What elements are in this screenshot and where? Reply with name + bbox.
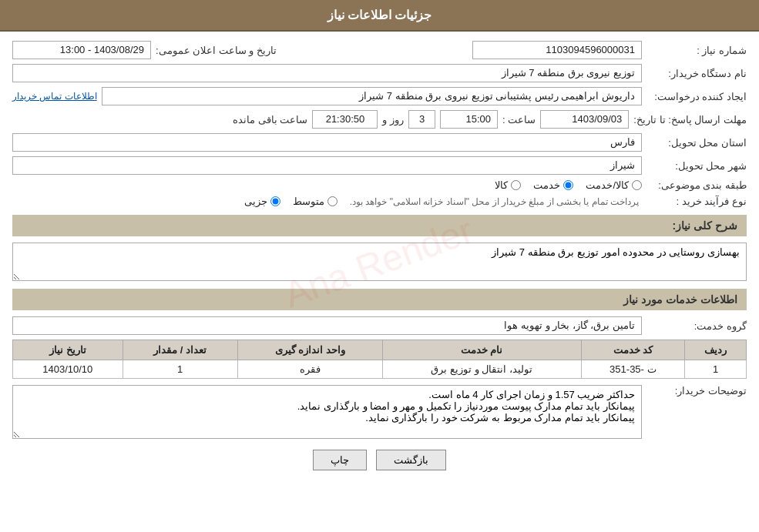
row-category: طبقه بندی موضوعی: کالا/خدمت خدمت کالا: [12, 179, 747, 191]
col-qty: تعداد / مقدار: [123, 340, 237, 360]
row-buyer-notes: توضیحات خریدار:: [12, 385, 747, 439]
buyer-notes-textarea[interactable]: [12, 385, 642, 439]
reply-days-label: روز و: [382, 114, 404, 125]
creator-label: ایجاد کننده درخواست:: [646, 91, 747, 102]
purchase-note: پرداخت تمام یا بخشی از مبلغ خریدار از مح…: [350, 196, 639, 207]
radio-jozyi[interactable]: جزیی: [244, 196, 280, 207]
col-unit: واحد اندازه گیری: [237, 340, 382, 360]
category-radio-group: کالا/خدمت خدمت کالا: [495, 179, 642, 191]
content-area: شماره نیاز : 1103094596000031 تاریخ و سا…: [0, 32, 759, 487]
cell-code: ت -35-351: [581, 360, 685, 379]
purchase-type-radio-group: پرداخت تمام یا بخشی از مبلغ خریدار از مح…: [244, 196, 642, 207]
services-table: ردیف کد خدمت نام خدمت واحد اندازه گیری ت…: [12, 340, 747, 379]
province-label: استان محل تحویل:: [646, 137, 747, 149]
reply-days-value: 3: [408, 110, 435, 129]
section-services: اطلاعات خدمات مورد نیاز: [12, 289, 747, 310]
row-buyer-name: نام دستگاه خریدار: توزیع نیروی برق منطقه…: [12, 64, 747, 82]
section-description: شرح کلی نیاز:: [12, 215, 747, 236]
radio-motawaset[interactable]: متوسط: [293, 196, 338, 207]
col-name: نام خدمت: [382, 340, 581, 360]
col-date: تاریخ نیاز: [13, 340, 123, 360]
row-purchase-type: نوع فرآیند خرید : پرداخت تمام یا بخشی از…: [12, 196, 747, 207]
row-need-number: شماره نیاز : 1103094596000031 تاریخ و سا…: [12, 41, 747, 59]
print-button[interactable]: چاپ: [313, 450, 367, 470]
back-button[interactable]: بازگشت: [376, 450, 446, 470]
reply-remaining-value: 21:30:50: [312, 110, 378, 129]
buyer-name-value: توزیع نیروی برق منطقه 7 شیراز: [12, 64, 642, 82]
contact-link[interactable]: اطلاعات تماس خریدار: [12, 91, 97, 102]
page-container: Ana Render جزئیات اطلاعات نیاز شماره نیا…: [0, 0, 759, 532]
buttons-row: بازگشت چاپ: [12, 450, 747, 470]
reply-deadline-label: مهلت ارسال پاسخ: تا تاریخ:: [633, 114, 747, 125]
province-value: فارس: [12, 133, 642, 152]
cell-qty: 1: [123, 360, 237, 379]
cell-date: 1403/10/10: [13, 360, 123, 379]
page-title: جزئیات اطلاعات نیاز: [327, 8, 432, 22]
creator-value: داریوش ابراهیمی رئیس پشتیبانی توزیع نیرو…: [102, 87, 642, 105]
reply-time-label: ساعت :: [502, 114, 536, 125]
row-creator: ایجاد کننده درخواست: داریوش ابراهیمی رئی…: [12, 87, 747, 105]
category-label: طبقه بندی موضوعی:: [646, 179, 747, 191]
need-number-label: شماره نیاز :: [646, 45, 747, 56]
buyer-name-label: نام دستگاه خریدار:: [646, 68, 747, 79]
col-row: ردیف: [685, 340, 747, 360]
table-body: 1ت -35-351تولید، انتقال و توزیع برقفقره1…: [13, 360, 747, 379]
purchase-type-label: نوع فرآیند خرید :: [646, 196, 747, 207]
description-row: بهسازی روستایی در محدوده امور توزیع برق …: [12, 243, 747, 281]
row-service-group: گروه خدمت: تامین برق، گاز، بخار و تهویه …: [12, 316, 747, 335]
service-group-label: گروه خدمت:: [646, 320, 747, 332]
table-header: ردیف کد خدمت نام خدمت واحد اندازه گیری ت…: [13, 340, 747, 360]
buyer-notes-label: توضیحات خریدار:: [646, 385, 747, 396]
announce-date-label: تاریخ و ساعت اعلان عمومی:: [156, 45, 277, 56]
table-row: 1ت -35-351تولید، انتقال و توزیع برقفقره1…: [13, 360, 747, 379]
reply-date-value: 1403/09/03: [540, 110, 629, 129]
reply-time-value: 15:00: [440, 110, 498, 129]
cell-unit: فقره: [237, 360, 382, 379]
cell-name: تولید، انتقال و توزیع برق: [382, 360, 581, 379]
cell-row: 1: [685, 360, 747, 379]
col-code: کد خدمت: [581, 340, 685, 360]
description-textarea[interactable]: بهسازی روستایی در محدوده امور توزیع برق …: [12, 243, 747, 281]
page-header: جزئیات اطلاعات نیاز: [0, 0, 759, 32]
row-city: شهر محل تحویل: شیراز: [12, 156, 747, 175]
row-reply-deadline: مهلت ارسال پاسخ: تا تاریخ: 1403/09/03 سا…: [12, 110, 747, 129]
reply-remaining-label: ساعت باقی مانده: [233, 114, 307, 125]
city-value: شیراز: [12, 156, 642, 175]
announce-date-value: 1403/08/29 - 13:00: [12, 41, 151, 59]
row-province: استان محل تحویل: فارس: [12, 133, 747, 152]
city-label: شهر محل تحویل:: [646, 160, 747, 172]
radio-khadamat[interactable]: خدمت: [533, 179, 573, 191]
service-group-value: تامین برق، گاز، بخار و تهویه هوا: [12, 316, 642, 335]
need-number-value: 1103094596000031: [472, 41, 642, 59]
radio-kala[interactable]: کالا: [495, 179, 521, 191]
radio-kala-khadamat[interactable]: کالا/خدمت: [586, 179, 642, 191]
